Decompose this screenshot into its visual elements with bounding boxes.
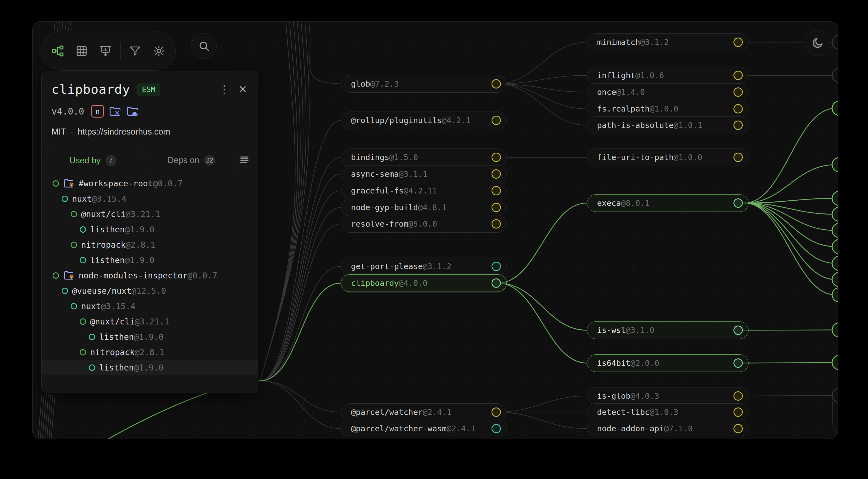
tree-item-listhen[interactable]: listhen@1.9.0 (42, 222, 258, 237)
tree-package-version: @0.0.7 (187, 271, 217, 280)
clipped-node-port[interactable] (832, 323, 838, 337)
close-icon[interactable]: ✕ (237, 83, 248, 95)
package-node-is-glob[interactable]: is-glob@4.0.3 (587, 387, 748, 405)
open-folder-cmd-link[interactable] (126, 105, 139, 118)
grid-view-button[interactable] (70, 39, 93, 63)
dependency-edge (260, 207, 341, 381)
tab-used-by-label: Used by (69, 156, 100, 166)
node-port-icon[interactable] (492, 169, 501, 179)
package-node-async-sema[interactable]: async-sema@3.1.1 (341, 165, 506, 183)
package-node--parcel-watcher[interactable]: @parcel/watcher@2.4.1 (341, 403, 506, 421)
node-port-icon[interactable] (492, 278, 501, 288)
package-node-graceful-fs[interactable]: graceful-fs@4.2.11 (341, 182, 506, 200)
node-port-icon[interactable] (734, 424, 743, 433)
node-package-name: inflight (597, 71, 636, 80)
node-port-icon[interactable] (734, 71, 743, 80)
dependency-edge (744, 203, 835, 263)
node-port-icon[interactable] (734, 153, 743, 162)
node-port-icon[interactable] (492, 116, 501, 125)
package-node-resolve-from[interactable]: resolve-from@5.0.0 (341, 215, 506, 233)
tree-item-nitropack[interactable]: nitropack@2.8.1 (42, 345, 258, 360)
package-node-bindings[interactable]: bindings@1.5.0 (341, 149, 506, 166)
node-port-icon[interactable] (492, 262, 501, 271)
node-port-icon[interactable] (492, 408, 501, 417)
workspace-folder-icon (63, 270, 75, 281)
clipped-node-port[interactable] (832, 256, 838, 270)
clipped-node-port[interactable] (832, 157, 838, 172)
package-node-clipboardy[interactable]: clipboardy@4.0.0 (341, 274, 506, 292)
clipped-node-port[interactable] (832, 272, 838, 287)
node-port-icon[interactable] (492, 153, 501, 162)
node-port-icon[interactable] (734, 358, 743, 368)
clipped-node-port[interactable] (832, 207, 838, 221)
tab-deps-on[interactable]: Deps on 22 (144, 151, 239, 170)
tree-item--nuxt-cli[interactable]: @nuxt/cli@3.21.1 (42, 206, 258, 222)
node-port-icon[interactable] (492, 203, 501, 212)
search-button[interactable] (191, 33, 217, 59)
node-port-icon[interactable] (734, 121, 743, 130)
npm-link[interactable]: n (91, 105, 104, 118)
tree-item--vueuse-nuxt[interactable]: @vueuse/nuxt@12.5.0 (42, 283, 258, 298)
used-by-tree: #workspace-root@0.0.7nuxt@3.15.4@nuxt/cl… (42, 176, 258, 375)
clipped-node-port[interactable] (832, 191, 838, 206)
tab-used-by-count: 7 (105, 155, 117, 166)
tree-item-listhen[interactable]: listhen@1.9.0 (42, 329, 258, 345)
node-port-icon[interactable] (492, 79, 501, 89)
tree-package-version: @12.5.0 (131, 286, 166, 296)
node-port-icon[interactable] (734, 326, 743, 335)
filter-button[interactable] (123, 39, 147, 63)
list-options-button[interactable] (239, 154, 254, 166)
tree-item-listhen[interactable]: listhen@1.9.0 (42, 360, 258, 375)
node-port-icon[interactable] (734, 104, 743, 114)
graph-view-button[interactable] (46, 39, 70, 63)
clipped-node-port[interactable] (832, 35, 838, 49)
package-node-file-uri-to-path[interactable]: file-uri-to-path@1.0.0 (587, 149, 748, 166)
node-port-icon[interactable] (492, 186, 501, 196)
theme-toggle-button[interactable] (805, 30, 831, 56)
package-node--rollup-pluginutils[interactable]: @rollup/pluginutils@4.2.1 (341, 112, 506, 129)
clipped-node-port[interactable] (832, 355, 838, 370)
package-node-glob[interactable]: glob@7.2.3 (341, 75, 506, 93)
clipped-node-port[interactable] (832, 101, 838, 115)
tree-item-nuxt[interactable]: nuxt@3.15.4 (42, 191, 258, 206)
package-node-get-port-please[interactable]: get-port-please@3.1.2 (341, 258, 506, 275)
package-node-is64bit[interactable]: is64bit@2.0.0 (587, 354, 748, 372)
clipped-node-port[interactable] (832, 223, 838, 238)
dependency-ring-icon (89, 334, 95, 340)
dependency-edge (744, 108, 835, 203)
tree-item-node-modules-inspector[interactable]: node-modules-inspector@0.0.7 (42, 268, 258, 283)
node-port-icon[interactable] (734, 391, 743, 401)
report-view-button[interactable] (93, 39, 117, 63)
clipped-node-port[interactable] (832, 68, 838, 83)
package-node-detect-libc[interactable]: detect-libc@1.0.3 (587, 403, 748, 421)
open-folder-x-link[interactable] (109, 105, 121, 118)
tree-item-nuxt[interactable]: nuxt@3.15.4 (42, 298, 258, 314)
node-port-icon[interactable] (734, 37, 743, 47)
package-node-is-wsl[interactable]: is-wsl@3.1.0 (587, 322, 748, 339)
tree-item--workspace-root[interactable]: #workspace-root@0.0.7 (42, 176, 258, 191)
kebab-menu-icon[interactable]: ⋮ (216, 84, 232, 95)
settings-button[interactable] (147, 39, 171, 63)
toolbar (41, 31, 176, 71)
package-node-path-is-absolute[interactable]: path-is-absolute@1.0.1 (587, 116, 748, 134)
homepage-link[interactable]: https://sindresorhus.com (78, 127, 170, 137)
clipped-node-port[interactable] (832, 288, 838, 302)
package-node--parcel-watcher-wasm[interactable]: @parcel/watcher-wasm@2.4.1 (341, 420, 506, 437)
clipped-node-port[interactable] (832, 239, 838, 254)
tree-item-listhen[interactable]: listhen@1.9.0 (42, 252, 258, 268)
node-port-icon[interactable] (492, 424, 501, 433)
tree-item--nuxt-cli[interactable]: @nuxt/cli@3.21.1 (42, 314, 258, 329)
node-port-icon[interactable] (734, 199, 743, 208)
package-node-execa[interactable]: execa@8.0.1 (587, 194, 748, 212)
package-node-inflight[interactable]: inflight@1.0.6 (587, 67, 748, 84)
package-node-node-gyp-build[interactable]: node-gyp-build@4.8.1 (341, 199, 506, 216)
package-node-fs-realpath[interactable]: fs.realpath@1.0.0 (587, 100, 748, 118)
node-port-icon[interactable] (734, 87, 743, 97)
package-node-minimatch[interactable]: minimatch@3.1.2 (587, 33, 748, 51)
tab-used-by[interactable]: Used by 7 (46, 150, 140, 171)
node-port-icon[interactable] (492, 219, 501, 229)
package-node-once[interactable]: once@1.4.0 (587, 83, 748, 101)
tree-item-nitropack[interactable]: nitropack@2.8.1 (42, 237, 258, 252)
node-port-icon[interactable] (734, 408, 743, 417)
package-node-node-addon-api[interactable]: node-addon-api@7.1.0 (587, 420, 748, 437)
